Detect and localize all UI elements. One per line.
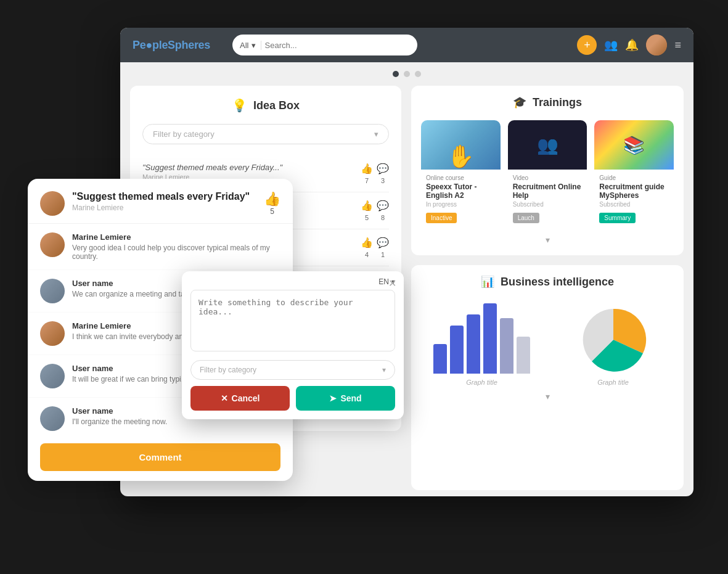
bi-chevron-down[interactable]: ▾ — [546, 392, 550, 401]
comment-avatar-1 — [40, 232, 65, 257]
comment-avatar-5 — [40, 406, 65, 431]
card-1-image — [421, 120, 501, 170]
chat-icon-3[interactable]: 💬 — [377, 237, 389, 248]
training-card-1[interactable]: Online course Speexx Tutor - English A2 … — [421, 120, 501, 228]
modal-lang-selector[interactable]: EN ▾ — [182, 271, 404, 290]
menu-icon[interactable]: ≡ — [674, 39, 681, 52]
search-input[interactable] — [265, 41, 411, 50]
logo: Pe●pleSpheres — [133, 39, 210, 52]
send-icon: ➤ — [329, 393, 337, 403]
bar-1 — [433, 344, 447, 374]
new-idea-modal: ✕ EN ▾ Filter by category ▾ ✕ Cancel ➤ S… — [182, 271, 404, 419]
comment-avatar-2 — [40, 279, 65, 303]
dot-3[interactable] — [415, 71, 421, 77]
bi-title: 📊 Business intelligence — [421, 275, 674, 289]
users-icon[interactable]: 👥 — [604, 38, 618, 52]
trainings-title: 🎓 Trainings — [421, 96, 674, 109]
modal-category-filter[interactable]: Filter by category ▾ — [190, 360, 395, 380]
send-button[interactable]: ➤ Send — [296, 386, 395, 411]
user-avatar[interactable] — [646, 35, 667, 55]
right-panel: 🎓 Trainings Online course Speexx Tutor -… — [411, 86, 684, 490]
training-card-2[interactable]: 👥 Video Recruitment Online Help Subscrib… — [508, 120, 587, 228]
card-3-badge: Summary — [599, 213, 636, 223]
bi-charts: Graph title Graph title — [421, 300, 674, 386]
idea-box-title: 💡 Idea Box — [142, 98, 389, 113]
trainings-chevron-down[interactable]: ▾ — [546, 235, 550, 245]
bar-chart-title: Graph title — [466, 379, 497, 386]
thumbs-up-icon-dialog[interactable]: 👍 — [264, 191, 280, 207]
bar-chart-container: Graph title — [421, 300, 542, 386]
bulb-icon: 💡 — [232, 98, 247, 113]
card-2-image: 👥 — [508, 120, 587, 170]
comment-avatar-4 — [40, 364, 65, 388]
idea-box-filter[interactable]: Filter by category ▾ — [142, 124, 389, 144]
dot-2[interactable] — [404, 71, 410, 77]
card-1-badge: Inactive — [426, 213, 457, 223]
header: Pe●pleSpheres All ▾ + 👥 🔔 ≡ — [120, 28, 693, 62]
search-bar[interactable]: All ▾ — [232, 35, 417, 55]
card-3-image: 📚 — [594, 120, 674, 170]
add-button[interactable]: + — [577, 35, 597, 55]
thumbs-up-icon-1[interactable]: 👍 — [361, 163, 373, 174]
bar-3 — [467, 314, 480, 374]
thumbs-up-icon-3[interactable]: 👍 — [361, 237, 373, 248]
bar-6 — [517, 337, 530, 374]
avatar-face — [646, 35, 667, 55]
dialog-header: "Suggest themed meals every Friday" Mari… — [28, 179, 293, 224]
page-dots — [120, 62, 693, 86]
idea-textarea[interactable] — [190, 290, 395, 351]
header-icons: + 👥 🔔 ≡ — [577, 35, 681, 55]
bi-panel: 📊 Business intelligence — [411, 265, 684, 490]
x-icon: ✕ — [221, 393, 228, 403]
graduation-icon: 🎓 — [513, 96, 526, 109]
bar-2 — [450, 326, 464, 374]
search-filter-dropdown[interactable]: All ▾ — [240, 41, 261, 50]
bell-icon[interactable]: 🔔 — [625, 38, 639, 52]
dialog-avatar — [40, 191, 65, 216]
chat-icon-2[interactable]: 💬 — [377, 200, 389, 211]
card-2-badge: Lauch — [513, 213, 539, 223]
comment-avatar-3 — [40, 321, 65, 346]
bar-chart — [433, 300, 530, 374]
trainings-cards: Online course Speexx Tutor - English A2 … — [421, 120, 674, 228]
bar-5 — [500, 318, 513, 374]
cancel-button[interactable]: ✕ Cancel — [190, 386, 290, 411]
pie-chart-title: Graph title — [597, 379, 629, 386]
trainings-panel: 🎓 Trainings Online course Speexx Tutor -… — [411, 86, 684, 255]
modal-actions: ✕ Cancel ➤ Send — [182, 386, 404, 419]
pie-chart-container: Graph title — [552, 306, 674, 386]
comment-item-1: Marine Lemiere Very good idea I could he… — [28, 224, 293, 270]
comment-button[interactable]: Comment — [40, 443, 280, 471]
thumbs-up-icon-2[interactable]: 👍 — [361, 200, 373, 211]
pie-chart — [579, 306, 647, 374]
bar-4 — [483, 303, 497, 374]
chart-icon: 📊 — [481, 275, 494, 289]
chat-icon-1[interactable]: 💬 — [377, 163, 389, 174]
training-card-3[interactable]: 📚 Guide Recruitment guide MySpheres Subs… — [594, 120, 674, 228]
modal-close-button[interactable]: ✕ — [388, 277, 396, 289]
dot-1[interactable] — [393, 71, 399, 77]
